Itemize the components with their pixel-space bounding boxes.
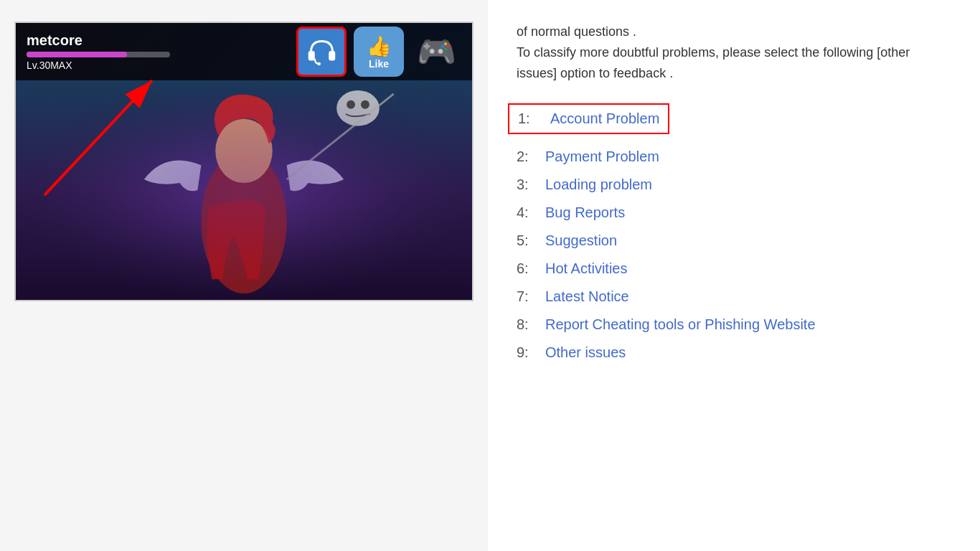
headset-icon (306, 36, 338, 68)
svg-rect-1 (329, 51, 335, 61)
game-header: metcore Lv.30MAX (16, 23, 472, 80)
username-label: metcore (27, 32, 289, 49)
character-background (16, 80, 472, 300)
item-number: 6: (517, 260, 545, 277)
right-panel: of normal questions .To classify more do… (488, 0, 980, 551)
game-screenshot: metcore Lv.30MAX (14, 22, 473, 301)
account-problem-link[interactable]: Account Problem (550, 110, 659, 127)
suggestion-link[interactable]: Suggestion (545, 232, 617, 249)
loading-problem-link[interactable]: Loading problem (545, 176, 652, 193)
game-character-area (16, 80, 472, 300)
list-item: 5: Suggestion (517, 227, 951, 255)
report-cheating-link[interactable]: Report Cheating tools or Phishing Websit… (545, 316, 816, 333)
thumbs-up-icon: 👍 (367, 34, 392, 58)
item-number: 8: (517, 316, 545, 333)
issue-menu-list: 1: Account Problem 2: Payment Problem 3:… (517, 98, 951, 367)
list-item: 1: Account Problem (517, 98, 951, 143)
hot-activities-link[interactable]: Hot Activities (545, 260, 627, 277)
list-item: 7: Latest Notice (517, 283, 951, 311)
xp-bar (27, 52, 170, 57)
item-number: 9: (517, 344, 545, 361)
headset-button[interactable] (296, 27, 347, 77)
svg-rect-0 (308, 51, 314, 61)
xp-fill (27, 52, 127, 57)
list-item: 3: Loading problem (517, 171, 951, 199)
highlighted-menu-item: 1: Account Problem (508, 103, 669, 134)
item-number: 4: (517, 204, 545, 221)
item-number: 1: (518, 110, 547, 127)
like-button[interactable]: 👍 Like (354, 27, 404, 77)
list-item: 2: Payment Problem (517, 143, 951, 171)
item-number: 5: (517, 232, 545, 249)
item-number: 3: (517, 176, 545, 193)
like-label: Like (369, 58, 389, 70)
level-label: Lv.30MAX (27, 60, 289, 71)
item-number: 2: (517, 149, 545, 165)
controller-button[interactable]: 🎮 (411, 27, 461, 77)
main-layout: metcore Lv.30MAX (0, 0, 980, 551)
payment-problem-link[interactable]: Payment Problem (545, 149, 659, 165)
game-controller-icon: 🎮 (417, 33, 456, 70)
svg-point-2 (317, 62, 321, 65)
list-item: 9: Other issues (517, 339, 951, 367)
profile-section: metcore Lv.30MAX (27, 32, 289, 71)
list-item: 8: Report Cheating tools or Phishing Web… (517, 311, 951, 339)
list-item: 6: Hot Activities (517, 255, 951, 283)
item-number: 7: (517, 288, 545, 305)
instructions-text: of normal questions .To classify more do… (517, 22, 951, 83)
latest-notice-link[interactable]: Latest Notice (545, 288, 629, 305)
list-item: 4: Bug Reports (517, 199, 951, 227)
bug-reports-link[interactable]: Bug Reports (545, 204, 625, 221)
left-panel: metcore Lv.30MAX (0, 0, 488, 551)
other-issues-link[interactable]: Other issues (545, 344, 626, 361)
